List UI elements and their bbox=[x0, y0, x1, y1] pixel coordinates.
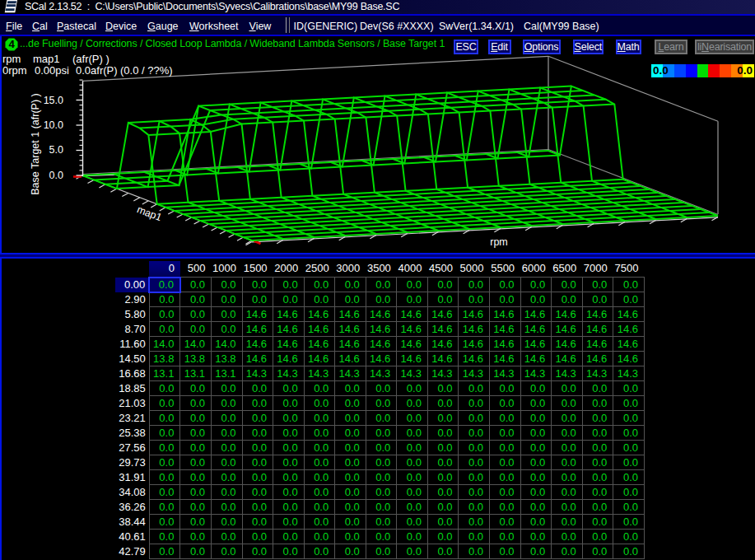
svg-text:0.0: 0.0 bbox=[49, 170, 63, 181]
svg-text:5.0: 5.0 bbox=[49, 144, 63, 156]
svg-text:map1: map1 bbox=[135, 203, 163, 223]
svg-text:Base Target 1 (afr(P) ): Base Target 1 (afr(P) ) bbox=[30, 93, 41, 194]
svg-text:rpm: rpm bbox=[490, 236, 508, 248]
svg-text:10.0: 10.0 bbox=[44, 119, 63, 131]
svg-text:4: 4 bbox=[8, 38, 15, 50]
svg-text:15.0: 15.0 bbox=[44, 95, 63, 106]
